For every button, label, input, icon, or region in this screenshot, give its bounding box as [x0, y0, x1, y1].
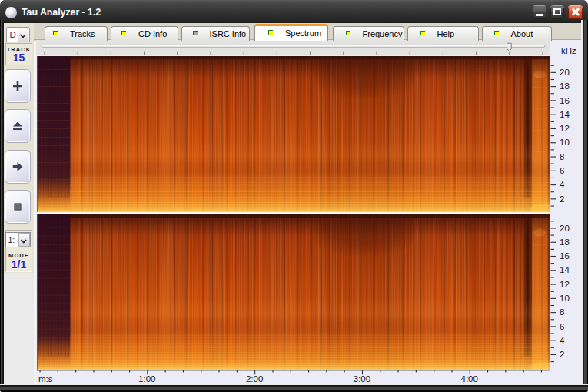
svg-text:m:s: m:s	[38, 374, 53, 384]
svg-text:16: 16	[560, 251, 570, 261]
svg-text:6: 6	[560, 166, 564, 175]
svg-text:4:00: 4:00	[461, 374, 478, 384]
svg-text:20: 20	[560, 224, 570, 233]
svg-text:14: 14	[560, 110, 570, 119]
svg-text:18: 18	[560, 238, 570, 247]
svg-text:4: 4	[560, 336, 565, 345]
svg-text:14: 14	[560, 265, 570, 274]
svg-text:12: 12	[560, 124, 570, 133]
svg-text:4: 4	[560, 180, 565, 189]
svg-text:2: 2	[560, 350, 564, 359]
svg-text:18: 18	[560, 81, 570, 91]
svg-text:12: 12	[560, 280, 570, 289]
svg-text:16: 16	[560, 96, 570, 105]
svg-text:10: 10	[560, 294, 570, 303]
svg-text:8: 8	[560, 152, 564, 161]
svg-text:20: 20	[560, 68, 570, 77]
svg-text:3:00: 3:00	[354, 374, 370, 384]
svg-text:1:00: 1:00	[138, 374, 155, 384]
svg-text:10: 10	[560, 138, 570, 147]
svg-text:8: 8	[560, 307, 564, 317]
svg-text:2:00: 2:00	[246, 374, 263, 384]
svg-text:6: 6	[560, 322, 564, 331]
svg-text:2: 2	[560, 194, 564, 204]
svg-text:kHz: kHz	[561, 46, 576, 55]
